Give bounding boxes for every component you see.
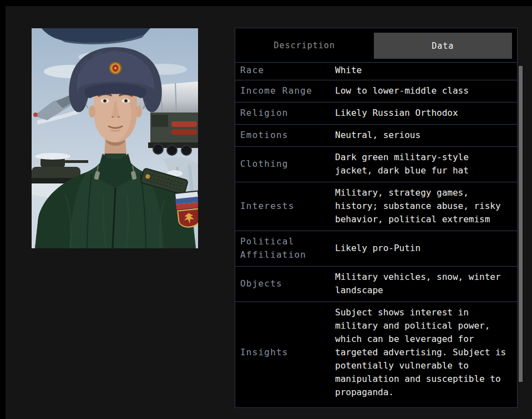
row-value: Military vehicles, snow, winter landscap… <box>335 270 508 297</box>
row-value: Neutral, serious <box>335 129 508 142</box>
tab-description[interactable]: Description <box>235 28 374 62</box>
row-value: Low to lower-middle class <box>335 84 508 98</box>
row-value: Likely Russian Orthodox <box>335 106 508 120</box>
tab-bar: Description Data <box>235 28 517 63</box>
data-table: Race White Income Range Low to lower-mid… <box>235 63 517 407</box>
row-value: Military, strategy games, history; subst… <box>335 186 508 226</box>
scrollbar-thumb[interactable] <box>519 66 523 382</box>
row-value: Likely pro-Putin <box>335 242 508 255</box>
row-label: Income Range <box>235 84 335 98</box>
table-row: Objects Military vehicles, snow, winter … <box>235 267 517 302</box>
page-background: Description Data Race White Income Range… <box>6 6 532 419</box>
row-label: Insights <box>235 346 335 359</box>
table-row: Clothing Dark green military-style jacke… <box>235 147 517 182</box>
row-label: Political Affiliation <box>235 235 335 262</box>
table-row: Political Affiliation Likely pro-Putin <box>235 231 517 267</box>
table-row: Insights Subject shows interest in milit… <box>235 302 517 403</box>
row-label: Religion <box>235 106 335 120</box>
row-label: Interests <box>235 200 335 213</box>
row-label: Clothing <box>235 157 335 171</box>
row-label: Race <box>235 64 335 77</box>
row-value: White <box>335 64 508 77</box>
subject-photo <box>32 28 198 248</box>
row-label: Emotions <box>235 129 335 142</box>
table-row: Emotions Neutral, serious <box>235 125 517 147</box>
table-row: Income Range Low to lower-middle class <box>235 80 517 103</box>
table-row: Religion Likely Russian Orthodox <box>235 103 517 125</box>
tab-data[interactable]: Data <box>374 33 513 59</box>
row-value: Subject shows interest in military and p… <box>335 306 508 399</box>
table-row: Race White <box>235 63 517 80</box>
profile-panel: Description Data Race White Income Range… <box>235 28 518 408</box>
row-label: Objects <box>235 277 335 290</box>
subject-photo-illustration <box>32 28 198 248</box>
table-row: Interests Military, strategy games, hist… <box>235 182 517 231</box>
row-value: Dark green military-style jacket, dark b… <box>335 151 508 177</box>
